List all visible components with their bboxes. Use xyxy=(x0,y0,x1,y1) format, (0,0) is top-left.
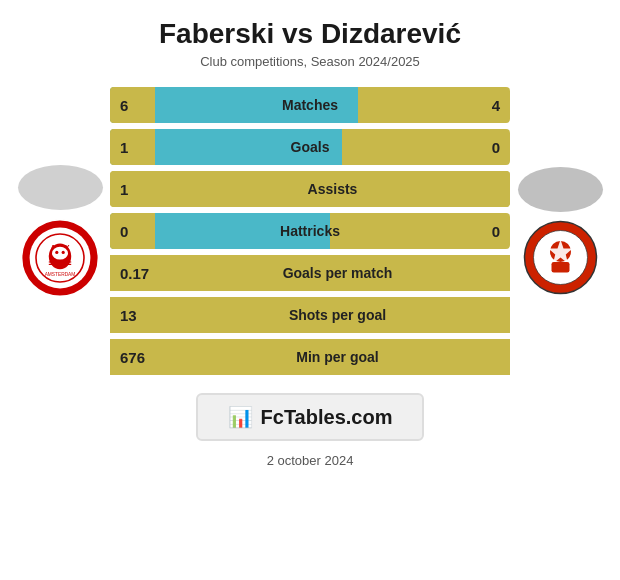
stats-column: 6 Matches 4 1 Goals 0 1 Assists 0 Hattri… xyxy=(110,87,510,375)
left-val-goals: 1 xyxy=(110,129,155,165)
stat-row-goals-per-match: 0.17 Goals per match xyxy=(110,255,510,291)
center-label-shots-per-goal: Shots per goal xyxy=(165,297,510,333)
fctables-icon: 📊 xyxy=(228,405,253,429)
right-val-matches: 4 xyxy=(465,87,510,123)
logo-right xyxy=(510,167,610,295)
left-val-assists: 1 xyxy=(110,171,155,207)
left-val-goals-per-match: 0.17 xyxy=(110,255,165,291)
stat-row-goals: 1 Goals 0 xyxy=(110,129,510,165)
right-ellipse xyxy=(518,167,603,212)
svg-point-5 xyxy=(52,246,68,259)
stat-row-matches: 6 Matches 4 xyxy=(110,87,510,123)
main-title: Faberski vs Dizdarević xyxy=(159,18,461,50)
title-section: Faberski vs Dizdarević Club competitions… xyxy=(139,0,481,77)
date-footer: 2 october 2024 xyxy=(267,453,354,468)
svg-point-6 xyxy=(55,250,58,253)
right-val-hattricks: 0 xyxy=(465,213,510,249)
right-val-goals: 0 xyxy=(465,129,510,165)
center-label-assists: Assists xyxy=(155,171,510,207)
stat-row-hattricks: 0 Hattricks 0 xyxy=(110,213,510,249)
left-val-matches: 6 xyxy=(110,87,155,123)
center-label-hattricks: Hattricks xyxy=(155,213,465,249)
stat-row-shots-per-goal: 13 Shots per goal xyxy=(110,297,510,333)
svg-rect-15 xyxy=(551,262,569,273)
center-label-goals-per-match: Goals per match xyxy=(165,255,510,291)
logo-left: AJAX AMSTERDAM xyxy=(10,165,110,298)
center-label-matches: Matches xyxy=(155,87,465,123)
center-label-goals: Goals xyxy=(155,129,465,165)
svg-point-7 xyxy=(62,250,65,253)
left-val-shots-per-goal: 13 xyxy=(110,297,165,333)
stat-row-assists: 1 Assists xyxy=(110,171,510,207)
fctables-text: FcTables.com xyxy=(261,406,393,429)
content-area: AJAX AMSTERDAM 6 Matches 4 1 Goals 0 xyxy=(0,77,620,375)
center-label-min-per-goal: Min per goal xyxy=(165,339,510,375)
svg-text:AMSTERDAM: AMSTERDAM xyxy=(45,271,76,276)
subtitle: Club competitions, Season 2024/2025 xyxy=(159,54,461,69)
left-ellipse xyxy=(18,165,103,210)
right-team-logo xyxy=(523,220,598,295)
left-val-hattricks: 0 xyxy=(110,213,155,249)
ajax-logo: AJAX AMSTERDAM xyxy=(20,218,100,298)
stat-row-min-per-goal: 676 Min per goal xyxy=(110,339,510,375)
fctables-banner: 📊 FcTables.com xyxy=(196,393,425,441)
left-val-min-per-goal: 676 xyxy=(110,339,165,375)
